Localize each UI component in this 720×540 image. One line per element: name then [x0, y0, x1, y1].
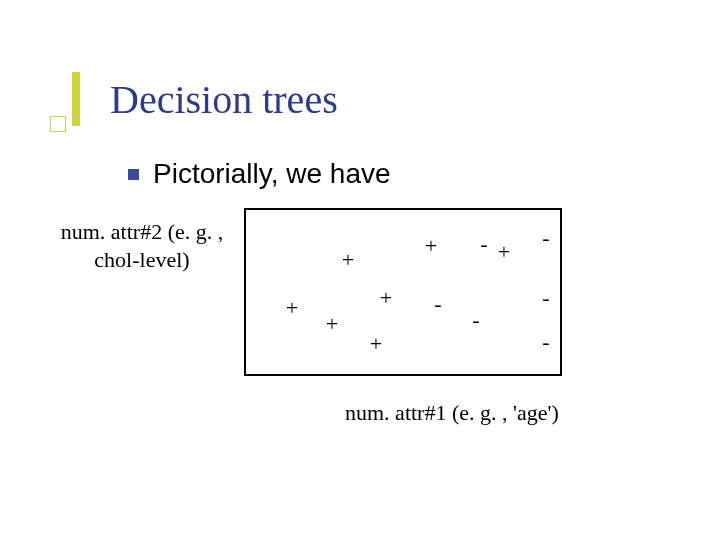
plus-marker: + [380, 287, 392, 309]
plus-marker: + [425, 235, 437, 257]
slide: Decision trees Pictorially, we have num.… [0, 0, 720, 540]
minus-marker: - [472, 309, 479, 331]
title-accent-box [50, 116, 66, 132]
plus-marker: + [286, 297, 298, 319]
minus-marker: - [480, 233, 487, 255]
minus-marker: - [542, 227, 549, 249]
minus-marker: - [434, 293, 441, 315]
scatter-plot: +++++++------ [244, 208, 562, 376]
square-bullet-icon [128, 169, 139, 180]
minus-marker: - [542, 331, 549, 353]
plus-marker: + [498, 241, 510, 263]
plus-marker: + [370, 333, 382, 355]
slide-title: Decision trees [110, 76, 338, 123]
bullet-row: Pictorially, we have [128, 158, 391, 190]
plus-marker: + [342, 249, 354, 271]
plus-marker: + [326, 313, 338, 335]
x-axis-label: num. attr#1 (e. g. , 'age') [345, 400, 559, 426]
title-accent-bar [72, 72, 80, 126]
y-axis-label: num. attr#2 (e. g. , chol-level) [52, 218, 232, 273]
bullet-text: Pictorially, we have [153, 158, 391, 190]
minus-marker: - [542, 287, 549, 309]
